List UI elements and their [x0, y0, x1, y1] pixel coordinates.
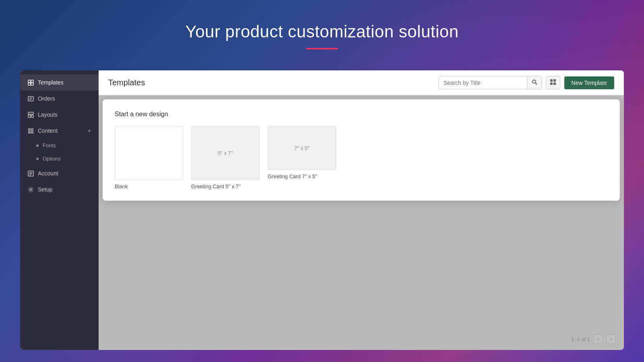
sidebar-item-account-label: Account — [38, 170, 58, 177]
svg-rect-0 — [28, 80, 31, 82]
setup-icon — [27, 186, 34, 193]
sidebar-item-orders-label: Orders — [38, 95, 55, 102]
svg-rect-19 — [550, 82, 553, 85]
sidebar-item-account[interactable]: Account — [20, 165, 99, 181]
svg-line-16 — [535, 83, 537, 85]
sidebar-sub-item-fonts-label: Fonts — [43, 142, 56, 148]
content-area: 5" x 7" Start a new design Blank — [99, 95, 624, 350]
templates-icon — [27, 79, 34, 86]
sidebar: Templates Orders Layouts Content ▼ Fonts — [20, 70, 99, 350]
svg-rect-2 — [28, 83, 31, 85]
greeting-5x7-preview: 5" x 7" — [191, 126, 260, 180]
svg-rect-8 — [28, 115, 31, 117]
modal-title: Start a new design — [115, 111, 608, 118]
greeting-5x7-label: Greeting Card 5" x 7" — [191, 183, 260, 189]
content-header: Templates New Template — [99, 70, 624, 95]
hero-divider — [306, 48, 338, 49]
greeting-5x7-size: 5" x 7" — [218, 150, 233, 156]
header-right: New Template — [438, 76, 614, 89]
sub-bullet-icon — [36, 158, 39, 160]
greeting-7x5-size: 7" x 5" — [294, 145, 309, 151]
design-card-7x5[interactable]: 7" x 5" Greeting Card 7" x 5" — [268, 126, 336, 189]
sidebar-item-setup-label: Setup — [38, 186, 53, 193]
search-container — [438, 76, 542, 89]
sidebar-item-layouts[interactable]: Layouts — [20, 107, 99, 123]
svg-rect-1 — [31, 80, 33, 82]
chevron-down-icon: ▼ — [87, 129, 91, 133]
grid-view-button[interactable] — [546, 76, 560, 89]
new-template-button[interactable]: New Template — [564, 76, 614, 89]
design-card-5x7[interactable]: 5" x 7" Greeting Card 5" x 7" — [191, 126, 260, 189]
main-content: Templates New Template — [99, 70, 624, 350]
design-card-blank[interactable]: Blank — [115, 126, 183, 189]
svg-point-15 — [533, 80, 536, 83]
blank-preview — [115, 126, 183, 180]
new-design-modal: Start a new design Blank 5" x 7" — [103, 99, 620, 201]
sidebar-item-orders[interactable]: Orders — [20, 90, 99, 107]
svg-rect-20 — [553, 82, 556, 85]
svg-rect-9 — [31, 115, 33, 117]
sidebar-item-templates[interactable]: Templates — [20, 74, 99, 90]
sidebar-item-content-label: Content — [38, 128, 58, 134]
orders-icon — [27, 95, 34, 102]
modal-overlay: Start a new design Blank 5" x 7" — [99, 95, 624, 350]
content-icon — [27, 128, 34, 134]
sidebar-item-templates-label: Templates — [38, 79, 64, 86]
blank-label: Blank — [115, 183, 183, 189]
layouts-icon — [27, 111, 34, 118]
sidebar-item-content[interactable]: Content ▼ — [20, 123, 99, 139]
greeting-7x5-preview: 7" x 5" — [268, 126, 336, 170]
svg-point-14 — [30, 189, 31, 190]
svg-rect-3 — [31, 83, 33, 85]
page-title: Templates — [108, 78, 145, 87]
search-input[interactable] — [439, 77, 527, 89]
account-icon — [27, 170, 34, 177]
hero-title: Your product customization solution — [0, 22, 644, 41]
sidebar-item-layouts-label: Layouts — [38, 111, 58, 118]
hero-section: Your product customization solution — [0, 0, 644, 66]
svg-rect-18 — [553, 79, 556, 82]
sidebar-sub-item-options[interactable]: Options — [20, 152, 99, 165]
design-options: Blank 5" x 7" Greeting Card 5" x 7" — [115, 126, 608, 189]
search-button[interactable] — [527, 76, 541, 89]
app-container: Templates Orders Layouts Content ▼ Fonts — [20, 70, 624, 350]
greeting-7x5-label: Greeting Card 7" x 5" — [268, 173, 336, 179]
svg-rect-7 — [28, 112, 33, 114]
sidebar-item-setup[interactable]: Setup — [20, 181, 99, 197]
sidebar-sub-item-options-label: Options — [43, 156, 61, 162]
svg-rect-4 — [28, 97, 33, 101]
sub-bullet-icon — [36, 144, 39, 147]
sidebar-sub-item-fonts[interactable]: Fonts — [20, 139, 99, 152]
svg-rect-17 — [550, 79, 553, 82]
